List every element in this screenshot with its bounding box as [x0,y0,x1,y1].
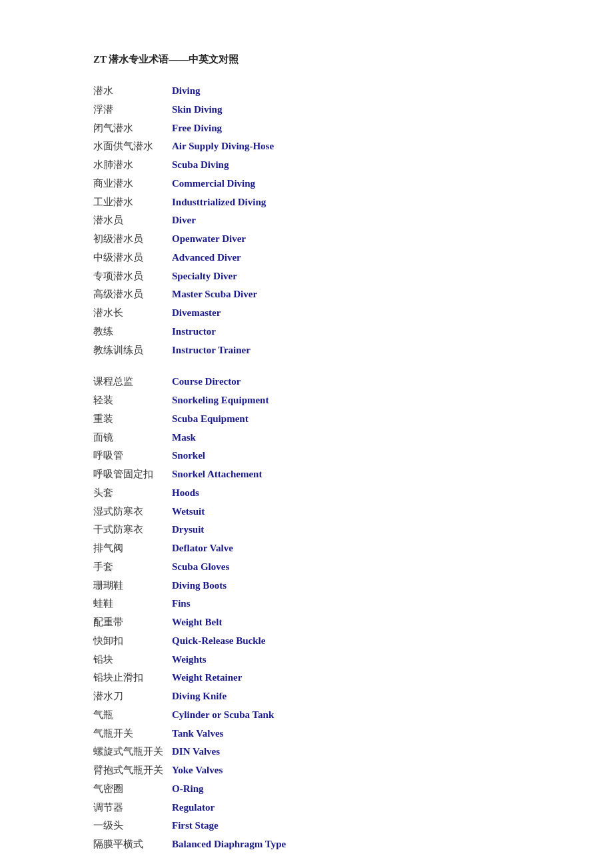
list-item: 铅块止滑扣Weight Retainer [93,669,520,687]
english-term: Instructor Trainer [172,341,251,360]
english-term: Skin Diving [172,101,222,119]
english-term: Scuba Equipment [172,410,249,429]
english-term: Diving Knife [172,687,227,706]
chinese-term: 中级潜水员 [93,249,167,267]
english-term: Diving Boots [172,577,227,595]
chinese-term: 轻装 [93,391,167,410]
chinese-term: 水面供气潜水 [93,137,167,156]
chinese-term: 闭气潜水 [93,119,167,138]
list-item: 快卸扣Quick-Release Buckle [93,632,520,651]
english-term: O-Ring [172,780,204,799]
chinese-term: 教练 [93,323,167,341]
chinese-term: 初级潜水员 [93,230,167,249]
chinese-term: 珊瑚鞋 [93,577,167,595]
list-item: 气瓶Cylinder or Scuba Tank [93,706,520,725]
english-term: Snorkel Attachement [172,465,262,484]
chinese-term: 排气阀 [93,539,167,558]
chinese-term: 铅块 [93,651,167,669]
chinese-term: 商业潜水 [93,175,167,193]
list-item: 潜水长Divemaster [93,304,520,323]
list-item: 气密圈O-Ring [93,780,520,799]
list-item: 调节器Regulator [93,799,520,817]
chinese-term: 高级潜水员 [93,285,167,304]
english-term: Cylinder or Scuba Tank [172,706,274,725]
list-item: 潜水员Diver [93,211,520,230]
chinese-term: 手套 [93,558,167,577]
chinese-term: 工业潜水 [93,193,167,212]
list-item: 配重带Weight Belt [93,613,520,632]
english-term: Scuba Gloves [172,558,229,577]
english-term: Diving [172,82,201,101]
chinese-term: 气瓶 [93,706,167,725]
chinese-term: 一级头 [93,817,167,835]
english-term: Free Diving [172,119,222,138]
english-term: Advanced Diver [172,249,241,267]
chinese-term: 配重带 [93,613,167,632]
chinese-term: 重装 [93,410,167,429]
list-item: 教练训练员Instructor Trainer [93,341,520,360]
english-term: Instructor [172,323,216,341]
list-item: 臂抱式气瓶开关Yoke Valves [93,761,520,780]
chinese-term: 干式防寒衣 [93,521,167,539]
chinese-term: 螺旋式气瓶开关 [93,743,167,761]
english-term: Weight Retainer [172,669,242,687]
english-term: First Stage [172,817,219,835]
english-term: Regulator [172,799,215,817]
list-item: 螺旋式气瓶开关DIN Valves [93,743,520,761]
english-term: Weights [172,651,207,669]
list-item: 一级头First Stage [93,817,520,835]
list-item: 水面供气潜水Air Supply Diving-Hose [93,137,520,156]
english-term: Wetsuit [172,503,205,521]
english-term: Hoods [172,484,199,503]
list-item: 手套Scuba Gloves [93,558,520,577]
english-term: Master Scuba Diver [172,285,257,304]
chinese-term: 课程总监 [93,373,167,391]
chinese-term: 蛙鞋 [93,595,167,613]
english-term: Scuba Diving [172,156,229,175]
chinese-term: 面镜 [93,429,167,447]
list-item: 排气阀Deflator Valve [93,539,520,558]
english-term: Tank Valves [172,725,223,743]
english-term: Fins [172,595,191,613]
chinese-term: 潜水长 [93,304,167,323]
list-item: 浮潜Skin Diving [93,101,520,119]
list-item: 水肺潜水Scuba Diving [93,156,520,175]
chinese-term: 潜水刀 [93,687,167,706]
list-item: 商业潜水Commercial Diving [93,175,520,193]
english-term: Weight Belt [172,613,222,632]
list-item: 轻装Snorkeling Equipment [93,391,520,410]
english-term: Mask [172,429,196,447]
chinese-term: 专项潜水员 [93,267,167,286]
english-term: Drysuit [172,521,204,539]
english-term: Yoke Valves [172,761,223,780]
list-item: 珊瑚鞋Diving Boots [93,577,520,595]
english-term: Divemaster [172,304,221,323]
list-item: 专项潜水员Specialty Diver [93,267,520,286]
chinese-term: 快卸扣 [93,632,167,651]
chinese-term: 呼吸管 [93,447,167,465]
english-term: Balanced Diaphragm Type [172,835,286,854]
english-term: DIN Valves [172,743,220,761]
list-item: 铅块Weights [93,651,520,669]
english-term: Industtrialized Diving [172,193,266,212]
chinese-term: 调节器 [93,799,167,817]
chinese-term: 气瓶开关 [93,725,167,743]
list-item: 工业潜水Industtrialized Diving [93,193,520,212]
list-item: 潜水Diving [93,82,520,101]
english-term: Air Supply Diving-Hose [172,137,274,156]
list-item: 湿式防寒衣Wetsuit [93,503,520,521]
english-term: Commercial Diving [172,175,255,193]
list-item: 气瓶开关Tank Valves [93,725,520,743]
list-item: 面镜Mask [93,429,520,447]
list-item: 课程总监Course Director [93,373,520,391]
english-term: Course Director [172,373,241,391]
list-item: 呼吸管Snorkel [93,447,520,465]
list-item: 初级潜水员Openwater Diver [93,230,520,249]
english-term: Deflator Valve [172,539,233,558]
chinese-term: 呼吸管固定扣 [93,465,167,484]
chinese-term: 头套 [93,484,167,503]
list-item: 头套Hoods [93,484,520,503]
chinese-term: 臂抱式气瓶开关 [93,761,167,780]
chinese-term: 教练训练员 [93,341,167,360]
page-title: ZT 潜水专业术语——中英文对照 [93,53,520,66]
